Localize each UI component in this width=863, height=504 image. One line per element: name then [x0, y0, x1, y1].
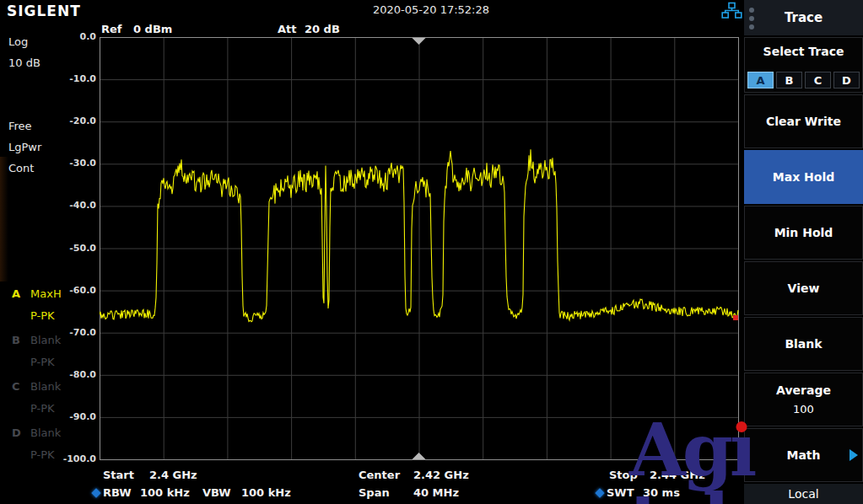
y-axis-tick-label: -20.0	[54, 115, 96, 126]
y-axis-tick-label: -80.0	[54, 369, 96, 380]
ref-level-label: Ref	[101, 23, 121, 35]
clear-write-button[interactable]: Clear Write	[744, 94, 863, 148]
trace-legend-C: C Blank P-PK	[12, 380, 20, 393]
rbw-value: 100 kHz	[140, 486, 190, 499]
y-axis-tick-label: -90.0	[54, 411, 96, 422]
select-trace-D-button[interactable]: D	[833, 72, 860, 88]
lan-network-icon[interactable]	[721, 2, 742, 19]
swt-coupled-diamond-icon	[595, 488, 604, 497]
vbw-label: VBW	[202, 486, 231, 499]
graticule	[100, 37, 739, 460]
submenu-arrow-icon	[850, 449, 858, 461]
swt-value: 30 ms	[643, 486, 680, 499]
local-button[interactable]: Local	[744, 484, 863, 504]
grid-lines	[100, 38, 738, 459]
attenuation-label: Att	[278, 23, 297, 35]
trace-legend-B: B Blank P-PK	[12, 334, 20, 346]
math-button[interactable]: Math	[744, 428, 863, 482]
screen-artifact	[0, 157, 8, 281]
sweep-mode: Cont	[8, 162, 34, 174]
center-freq-value: 2.42 GHz	[413, 469, 469, 481]
brand-logo: SIGLENT	[7, 3, 81, 19]
y-axis-tick-label: 0.0	[54, 31, 96, 42]
trace-select-row: A B C D	[747, 72, 860, 88]
swt-label: SWT	[607, 486, 634, 499]
y-axis-tick-label: -60.0	[54, 285, 96, 296]
y-axis-tick-label: -40.0	[54, 200, 96, 211]
average-button[interactable]: Average 100	[744, 373, 863, 426]
trigger-mode: Free	[8, 120, 32, 132]
y-axis-tick-label: -70.0	[54, 327, 96, 338]
menu-drag-dots-icon	[749, 8, 754, 29]
rbw-label: RBW	[103, 486, 132, 499]
power-mode: LgPwr	[8, 141, 41, 153]
start-freq-label: Start	[103, 469, 134, 481]
trace-legend-D: D Blank P-PK	[12, 426, 21, 439]
stop-freq-label: Stop	[609, 469, 638, 481]
stop-freq-value: 2.44 GHz	[650, 469, 705, 481]
center-freq-marker-top	[413, 38, 426, 45]
select-trace-B-button[interactable]: B	[776, 72, 802, 88]
max-hold-button[interactable]: Max Hold	[744, 150, 863, 204]
average-count-value: 100	[793, 403, 814, 416]
select-trace-A-button[interactable]: A	[747, 72, 774, 88]
blank-button[interactable]: Blank	[744, 317, 863, 371]
select-trace-label: Select Trace	[747, 45, 860, 58]
trace-legend-A: A MaxH P-PK	[12, 287, 20, 300]
start-freq-value: 2.4 GHz	[149, 469, 197, 481]
center-freq-label: Center	[359, 469, 400, 481]
min-hold-button[interactable]: Min Hold	[744, 206, 863, 260]
rbw-coupled-diamond-icon	[91, 488, 100, 497]
y-axis-tick-label: -100.0	[54, 453, 96, 464]
center-freq-marker-bottom	[413, 453, 426, 459]
menu-header: Trace	[744, 0, 863, 35]
spectrum-analyzer-screen: SIGLENT 2020-05-20 17:52:28 Ref 0 dBm At…	[0, 0, 863, 504]
y-axis-tick-label: -30.0	[54, 158, 96, 169]
amplitude-scale-per-div: 10 dB	[8, 56, 40, 69]
span-label: Span	[359, 486, 390, 499]
y-axis-tick-label: -50.0	[54, 243, 96, 254]
ref-level-value: 0 dBm	[133, 23, 172, 35]
select-trace-C-button[interactable]: C	[805, 72, 831, 88]
select-trace-block: Select Trace A B C D	[744, 37, 863, 93]
y-axis-tick-label: -10.0	[54, 73, 96, 84]
attenuation-value: 20 dB	[305, 23, 340, 35]
vbw-value: 100 kHz	[241, 486, 291, 499]
menu-title: Trace	[785, 10, 823, 25]
trace-end-marker	[733, 315, 738, 320]
view-button[interactable]: View	[744, 261, 863, 315]
amplitude-scale-type: Log	[8, 35, 28, 48]
datetime-display: 2020-05-20 17:52:28	[321, 3, 542, 16]
trace-softkey-menu: Trace Select Trace A B C D Clear Write M…	[744, 0, 863, 504]
span-value: 40 MHz	[413, 486, 459, 499]
